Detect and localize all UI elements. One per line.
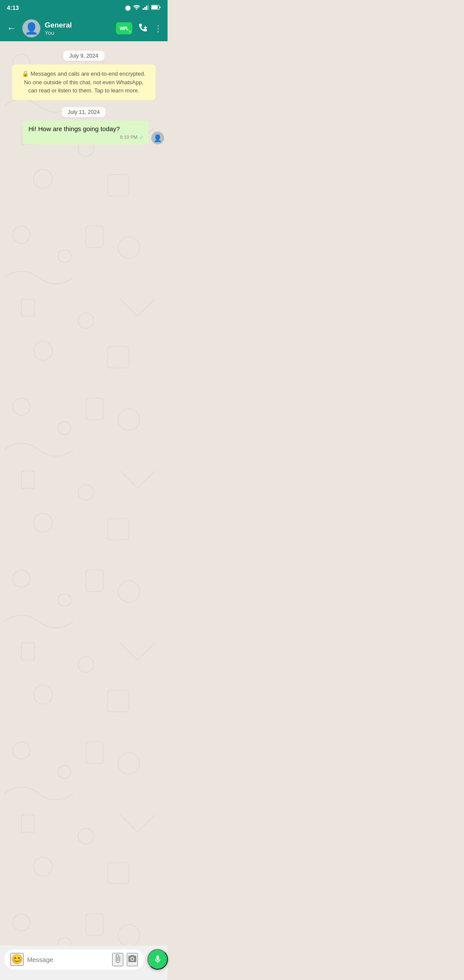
add-call-button[interactable] [138, 23, 148, 34]
date-label-1: July 9, 2024 [3, 51, 164, 61]
contact-avatar[interactable]: 👤 [22, 19, 40, 37]
svg-rect-2 [144, 7, 146, 10]
message-row: Hi! How are things going today? 8:19 PM … [3, 121, 164, 145]
status-time: 4:13 [7, 4, 19, 11]
date-label-2: July 11, 2024 [3, 107, 164, 117]
svg-rect-7 [160, 6, 161, 8]
encryption-text: Messages and calls are end-to-end encryp… [24, 70, 146, 94]
input-wrapper: 😊 [4, 949, 144, 953]
date-chip-1: July 9, 2024 [63, 51, 104, 61]
sender-avatar-icon: 👤 [153, 134, 162, 142]
avatar-person-icon: 👤 [24, 22, 38, 35]
camera-status-icon: ⬤ [125, 5, 131, 11]
wpl-badge[interactable]: WPL ✓ [116, 22, 132, 34]
status-bar: 4:13 ⬤ [0, 0, 168, 15]
status-icons: ⬤ [125, 5, 161, 11]
back-button[interactable]: ← [5, 21, 18, 36]
message-time: 8:19 PM [120, 134, 137, 141]
wpl-label: WPL [120, 26, 129, 31]
chat-area: July 9, 2024 🔒 Messages and calls are en… [0, 41, 168, 952]
message-bubble[interactable]: Hi! How are things going today? 8:19 PM … [23, 121, 149, 145]
date-chip-2: July 11, 2024 [62, 107, 106, 117]
contact-name: General [45, 21, 112, 30]
header-actions: WPL ✓ ⋮ [116, 22, 162, 34]
svg-point-0 [136, 9, 137, 10]
sender-avatar: 👤 [151, 132, 164, 144]
message-meta: 8:19 PM ✓ [120, 134, 143, 141]
delivered-icon: ✓ [139, 134, 143, 141]
svg-rect-3 [146, 6, 147, 10]
svg-rect-6 [152, 6, 158, 9]
svg-rect-4 [148, 5, 149, 10]
input-bar: 😊 [0, 946, 168, 952]
more-options-button[interactable]: ⋮ [154, 23, 162, 34]
svg-rect-1 [143, 8, 144, 10]
mic-button[interactable] [147, 949, 168, 952]
message-text: Hi! How are things going today? [28, 125, 120, 132]
contact-subtitle: You [45, 30, 112, 36]
lock-icon: 🔒 [22, 70, 29, 77]
contact-info[interactable]: General You [45, 21, 112, 36]
wpl-check-icon: ✓ [128, 30, 131, 34]
battery-icon [151, 5, 161, 11]
wifi-icon [133, 5, 140, 11]
encryption-notice[interactable]: 🔒 Messages and calls are end-to-end encr… [12, 64, 156, 100]
signal-icon [143, 5, 149, 11]
chat-header: ← 👤 General You WPL ✓ ⋮ [0, 15, 168, 41]
